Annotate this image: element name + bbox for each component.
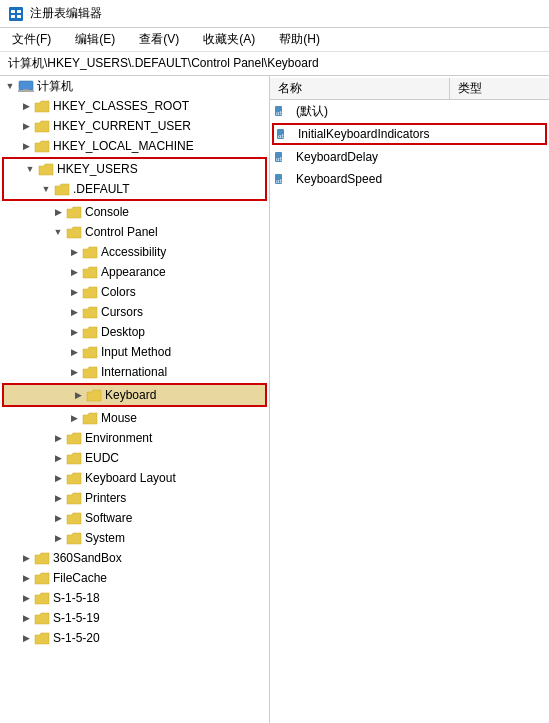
tree-node-hkey-current-user[interactable]: ▶ HKEY_CURRENT_USER [0,116,269,136]
svg-marker-13 [67,207,81,218]
tree-node-input-method[interactable]: ▶ Input Method [0,342,269,362]
tree-node-360sandbox[interactable]: ▶ 360SandBox [0,548,269,568]
hklm-label: HKEY_LOCAL_MACHINE [53,139,194,153]
menu-file[interactable]: 文件(F) [8,29,55,50]
tree-node-cursors[interactable]: ▶ Cursors [0,302,269,322]
tree-node-console[interactable]: ▶ Console [0,202,269,222]
expand-s-1-5-18[interactable]: ▶ [18,590,34,606]
expand-hkcr[interactable]: ▶ [18,98,34,114]
cursors-label: Cursors [101,305,143,319]
col-type: 类型 [450,78,549,99]
svg-marker-32 [35,593,49,604]
s-1-5-20-label: S-1-5-20 [53,631,100,645]
tree-node-s-1-5-19[interactable]: ▶ S-1-5-19 [0,608,269,628]
expand-desktop[interactable]: ▶ [66,324,82,340]
expand-input-method[interactable]: ▶ [66,344,82,360]
tree-node-desktop[interactable]: ▶ Desktop [0,322,269,342]
system-label: System [85,531,125,545]
expand-computer[interactable]: ▼ [2,78,18,94]
expand-s-1-5-19[interactable]: ▶ [18,610,34,626]
tree-node-filecache[interactable]: ▶ FileCache [0,568,269,588]
expand-cp[interactable]: ▼ [50,224,66,240]
tree-node-accessibility[interactable]: ▶ Accessibility [0,242,269,262]
cp-label: Control Panel [85,225,158,239]
tree-node-eudc[interactable]: ▶ EUDC [0,448,269,468]
expand-appearance[interactable]: ▶ [66,264,82,280]
svg-marker-22 [87,390,101,401]
expand-colors[interactable]: ▶ [66,284,82,300]
menu-favorites[interactable]: 收藏夹(A) [199,29,259,50]
expand-accessibility[interactable]: ▶ [66,244,82,260]
reg-item-initial-keyboard[interactable]: ab InitialKeyboardIndicators [274,125,431,143]
tree-node-software[interactable]: ▶ Software [0,508,269,528]
expand-software[interactable]: ▶ [50,510,66,526]
svg-text:ab: ab [276,155,284,163]
tree-node-printers[interactable]: ▶ Printers [0,488,269,508]
tree-node-computer[interactable]: ▼ 计算机 [0,76,269,96]
tree-node-colors[interactable]: ▶ Colors [0,282,269,302]
tree-node-system[interactable]: ▶ System [0,528,269,548]
tree-node-default[interactable]: ▼ .DEFAULT [4,179,265,199]
svg-marker-10 [35,141,49,152]
svg-marker-16 [83,267,97,278]
expand-cursors[interactable]: ▶ [66,304,82,320]
expand-environment[interactable]: ▶ [50,430,66,446]
desktop-label: Desktop [101,325,145,339]
svg-marker-34 [35,633,49,644]
expand-hku[interactable]: ▼ [22,161,38,177]
menu-edit[interactable]: 编辑(E) [71,29,119,50]
svg-rect-2 [11,15,15,18]
expand-360sandbox[interactable]: ▶ [18,550,34,566]
reg-item-keyboard-speed[interactable]: ab KeyboardSpeed [270,168,549,190]
tree-node-hkey-local-machine[interactable]: ▶ HKEY_LOCAL_MACHINE [0,136,269,156]
hkcu-label: HKEY_CURRENT_USER [53,119,191,133]
expand-default[interactable]: ▼ [38,181,54,197]
menu-view[interactable]: 查看(V) [135,29,183,50]
expand-hkcu[interactable]: ▶ [18,118,34,134]
menu-help[interactable]: 帮助(H) [275,29,324,50]
main-content: ▼ 计算机 ▶ HKEY_CLASSES_ROOT ▶ HKEY_CURRENT… [0,76,549,723]
svg-rect-7 [23,89,29,90]
expand-system[interactable]: ▶ [50,530,66,546]
right-pane: 名称 类型 数据 ab (默认) ab InitialKeyboardIndic… [270,76,549,723]
expand-s-1-5-20[interactable]: ▶ [18,630,34,646]
svg-rect-6 [18,90,34,92]
tree-pane[interactable]: ▼ 计算机 ▶ HKEY_CLASSES_ROOT ▶ HKEY_CURRENT… [0,76,270,723]
expand-printers[interactable]: ▶ [50,490,66,506]
app-icon [8,6,24,22]
international-label: International [101,365,167,379]
tree-node-s-1-5-20[interactable]: ▶ S-1-5-20 [0,628,269,648]
tree-node-control-panel[interactable]: ▼ Control Panel [0,222,269,242]
expand-keyboard[interactable]: ▶ [70,387,86,403]
keyboard-label: Keyboard [105,388,156,402]
tree-node-international[interactable]: ▶ International [0,362,269,382]
expand-eudc[interactable]: ▶ [50,450,66,466]
expand-console[interactable]: ▶ [50,204,66,220]
expand-mouse[interactable]: ▶ [66,410,82,426]
svg-rect-1 [11,10,15,13]
svg-rect-4 [17,15,21,18]
tree-node-environment[interactable]: ▶ Environment [0,428,269,448]
tree-node-hkey-classes-root[interactable]: ▶ HKEY_CLASSES_ROOT [0,96,269,116]
console-label: Console [85,205,129,219]
tree-node-keyboard[interactable]: ▶ Keyboard [4,385,265,405]
filecache-label: FileCache [53,571,107,585]
reg-item-default[interactable]: ab (默认) [270,100,549,122]
tree-node-s-1-5-18[interactable]: ▶ S-1-5-18 [0,588,269,608]
reg-item-keyboard-delay[interactable]: ab KeyboardDelay [270,146,549,168]
svg-marker-28 [67,513,81,524]
expand-hklm[interactable]: ▶ [18,138,34,154]
keyboard-layout-label: Keyboard Layout [85,471,176,485]
col-name: 名称 [270,78,450,99]
tree-node-hkey-users[interactable]: ▼ HKEY_USERS [4,159,265,179]
expand-keyboard-layout[interactable]: ▶ [50,470,66,486]
hkcr-label: HKEY_CLASSES_ROOT [53,99,189,113]
expand-filecache[interactable]: ▶ [18,570,34,586]
tree-node-keyboard-layout[interactable]: ▶ Keyboard Layout [0,468,269,488]
tree-node-mouse[interactable]: ▶ Mouse [0,408,269,428]
computer-label: 计算机 [37,78,73,95]
hkey-users-highlight-box: ▼ HKEY_USERS ▼ .DEFAULT [2,157,267,201]
tree-node-appearance[interactable]: ▶ Appearance [0,262,269,282]
expand-international[interactable]: ▶ [66,364,82,380]
reg-item-keyboard-speed-name: KeyboardSpeed [296,172,382,186]
